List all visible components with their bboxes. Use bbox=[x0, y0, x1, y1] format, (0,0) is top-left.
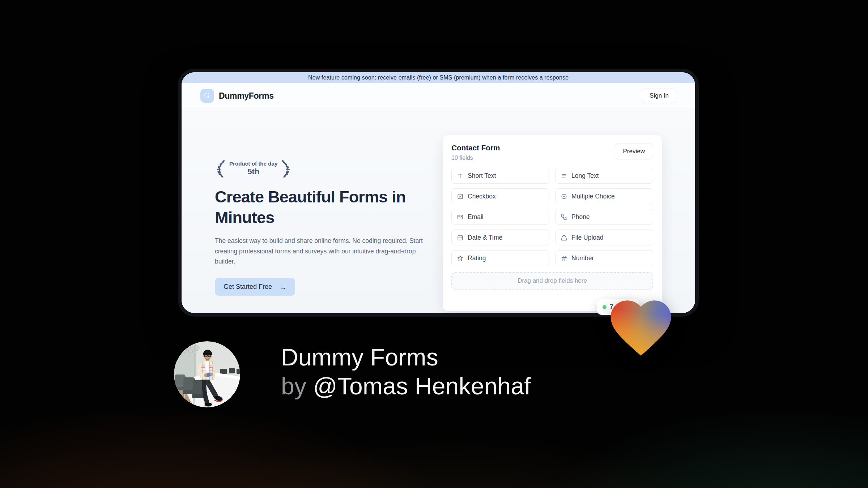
form-meta: Contact Form 10 fields bbox=[451, 144, 500, 161]
radio-icon bbox=[561, 193, 567, 200]
hero-section: Product of the day 5th bbox=[182, 109, 695, 313]
upload-icon bbox=[561, 234, 567, 241]
browser-window: New feature coming soon: receive emails … bbox=[178, 69, 699, 317]
field-chip-number[interactable]: Number bbox=[555, 250, 653, 266]
footer-product-name: Dummy Forms bbox=[281, 343, 531, 372]
field-chip-rating[interactable]: Rating bbox=[451, 250, 549, 266]
arrow-right-icon: → bbox=[279, 283, 286, 291]
star-icon bbox=[457, 255, 464, 262]
hero-description: The easiest way to build and share onlin… bbox=[215, 236, 424, 266]
preview-button[interactable]: Preview bbox=[615, 144, 653, 159]
cta-label: Get Started Free bbox=[224, 283, 272, 291]
hero-title: Create Beautiful Forms in Minutes bbox=[215, 187, 417, 228]
dropzone-text: Drag and drop fields here bbox=[518, 277, 587, 284]
field-chip-long-text[interactable]: Long Text bbox=[555, 168, 653, 184]
phone-icon bbox=[561, 214, 567, 221]
field-chip-date-time[interactable]: Date & Time bbox=[451, 230, 549, 245]
field-chip-label: Date & Time bbox=[468, 234, 502, 241]
badge-title: Product of the day bbox=[229, 160, 277, 167]
hero-copy: Product of the day 5th bbox=[215, 159, 426, 296]
field-chip-label: Checkbox bbox=[468, 193, 496, 200]
checkbox-icon bbox=[457, 193, 464, 200]
field-chip-label: Number bbox=[571, 254, 594, 262]
field-chip-multiple-choice[interactable]: Multiple Choice bbox=[555, 188, 653, 204]
dummyforms-logo[interactable] bbox=[200, 89, 214, 103]
form-title: Contact Form bbox=[451, 144, 500, 152]
envelope-icon bbox=[457, 214, 464, 221]
field-chip-phone[interactable]: Phone bbox=[555, 209, 653, 225]
field-chip-label: Rating bbox=[468, 254, 486, 262]
form-builder-card: Contact Form 10 fields Preview Short Tex… bbox=[443, 135, 662, 311]
field-chip-label: File Upload bbox=[571, 234, 604, 241]
heart-icon bbox=[605, 291, 677, 359]
drag-drop-zone[interactable]: Drag and drop fields here bbox=[451, 272, 653, 290]
site-header: DummyForms Sign In bbox=[182, 83, 695, 109]
announcement-banner: New feature coming soon: receive emails … bbox=[182, 72, 695, 83]
text-icon bbox=[457, 172, 464, 179]
dashed-select-cursor-icon bbox=[203, 91, 212, 100]
field-chip-label: Short Text bbox=[468, 172, 496, 180]
field-chip-label: Long Text bbox=[571, 172, 599, 180]
hash-icon bbox=[561, 255, 567, 262]
laurel-right-icon bbox=[280, 159, 292, 177]
field-chip-label: Multiple Choice bbox=[571, 193, 615, 200]
field-chip-short-text[interactable]: Short Text bbox=[451, 168, 549, 184]
sign-in-button[interactable]: Sign In bbox=[642, 89, 676, 103]
field-chip-label: Email bbox=[468, 213, 484, 221]
footer-author-handle: @Tomas Henkenhaf bbox=[313, 373, 531, 399]
product-of-the-day-badge: Product of the day 5th bbox=[215, 159, 426, 177]
badge-rank: 5th bbox=[229, 167, 277, 176]
field-chip-label: Phone bbox=[571, 213, 590, 221]
brand-name: DummyForms bbox=[219, 91, 274, 101]
field-chip-checkbox[interactable]: Checkbox bbox=[451, 188, 549, 204]
footer-title: Dummy Forms by @Tomas Henkenhaf bbox=[281, 343, 531, 401]
field-grid: Short TextLong TextCheckboxMultiple Choi… bbox=[451, 168, 653, 266]
lines-icon bbox=[561, 172, 567, 179]
announcement-text: New feature coming soon: receive emails … bbox=[308, 74, 569, 81]
laurel-left-icon bbox=[215, 159, 226, 177]
calendar-icon bbox=[457, 234, 464, 241]
footer-byline-prefix: by bbox=[281, 373, 313, 399]
form-field-count: 10 fields bbox=[451, 155, 500, 161]
get-started-button[interactable]: Get Started Free → bbox=[215, 278, 295, 296]
field-chip-email[interactable]: Email bbox=[451, 209, 549, 225]
promo-background: New feature coming soon: receive emails … bbox=[0, 0, 868, 488]
field-chip-file-upload[interactable]: File Upload bbox=[555, 230, 653, 245]
author-avatar bbox=[174, 341, 240, 407]
